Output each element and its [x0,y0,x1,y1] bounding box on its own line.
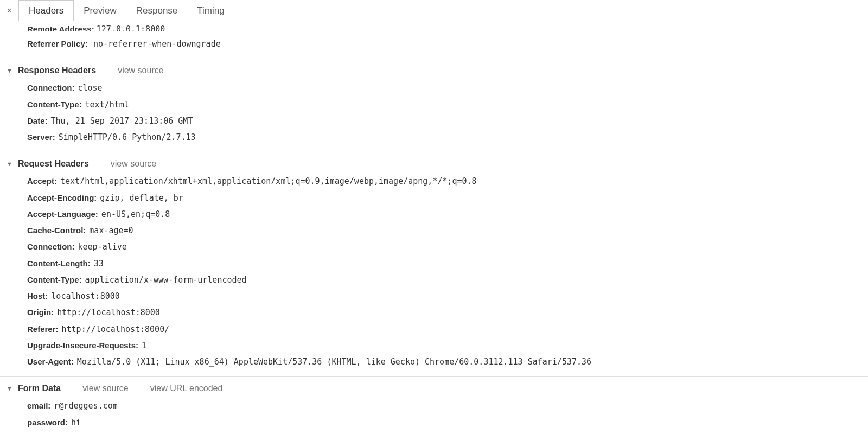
referrer-policy-label: Referrer Policy: [27,39,88,48]
response-headers-section: ▼ Response Headers view source Connectio… [0,59,868,152]
request-header-row: Host:localhost:8000 [0,288,868,304]
headers-panel: Remote Address: 127.0.0.1:8000 Referrer … [0,22,868,434]
form-data-section: ▼ Form Data view source view URL encoded… [0,376,868,434]
request-header-row: Accept-Encoding:gzip, deflate, br [0,190,868,206]
form-data-view-url-encoded[interactable]: view URL encoded [150,384,223,393]
request-headers-toggle[interactable]: ▼ Request Headers [7,159,89,169]
remote-address-row: Remote Address: 127.0.0.1:8000 [0,24,868,36]
remote-address-label: Remote Address: [27,24,94,31]
request-headers-title: Request Headers [18,159,89,168]
referrer-policy-row: Referrer Policy: no-referrer-when-downgr… [0,36,868,52]
chevron-down-icon: ▼ [7,385,12,392]
network-detail-tabs: × Headers Preview Response Timing [0,0,868,22]
request-header-row: Upgrade-Insecure-Requests:1 [0,337,868,354]
request-header-row: Content-Type:application/x-www-form-urle… [0,272,868,288]
tab-timing[interactable]: Timing [187,1,234,21]
request-header-row: Connection:keep-alive [0,239,868,255]
form-data-title: Form Data [18,384,61,393]
remote-address-value: 127.0.0.1:8000 [97,24,165,31]
response-headers-view-source[interactable]: view source [118,66,163,75]
request-headers-view-source[interactable]: view source [111,159,156,169]
request-header-row: Origin:http://localhost:8000 [0,304,868,321]
form-data-toggle[interactable]: ▼ Form Data [7,384,61,393]
request-header-row: User-Agent:Mozilla/5.0 (X11; Linux x86_6… [0,354,868,370]
referrer-policy-value: no-referrer-when-downgrade [93,39,221,49]
request-headers-section: ▼ Request Headers view source Accept:tex… [0,152,868,376]
request-header-row: Content-Length:33 [0,256,868,272]
chevron-down-icon: ▼ [7,67,12,74]
response-header-row: Server:SimpleHTTP/0.6 Python/2.7.13 [0,129,868,145]
tab-headers[interactable]: Headers [18,0,74,21]
form-data-row: password:hi [0,414,868,431]
request-header-row: Referer:http://localhost:8000/ [0,321,868,337]
response-header-row: Content-Type:text/html [0,97,868,113]
response-headers-toggle[interactable]: ▼ Response Headers [7,66,96,75]
response-header-row: Connection:close [0,80,868,96]
form-data-view-source[interactable]: view source [82,384,128,393]
tab-response[interactable]: Response [126,1,188,21]
chevron-down-icon: ▼ [7,161,12,167]
general-section-partial: Remote Address: 127.0.0.1:8000 Referrer … [0,22,868,59]
form-data-row: email:r@rdegges.com [0,398,868,414]
response-headers-title: Response Headers [18,66,96,75]
tab-preview[interactable]: Preview [74,1,126,21]
request-header-row: Accept-Language:en-US,en;q=0.8 [0,206,868,222]
response-header-row: Date:Thu, 21 Sep 2017 23:13:06 GMT [0,113,868,129]
request-header-row: Accept:text/html,application/xhtml+xml,a… [0,173,868,189]
request-header-row: Cache-Control:max-age=0 [0,222,868,239]
close-icon[interactable]: × [0,2,18,20]
